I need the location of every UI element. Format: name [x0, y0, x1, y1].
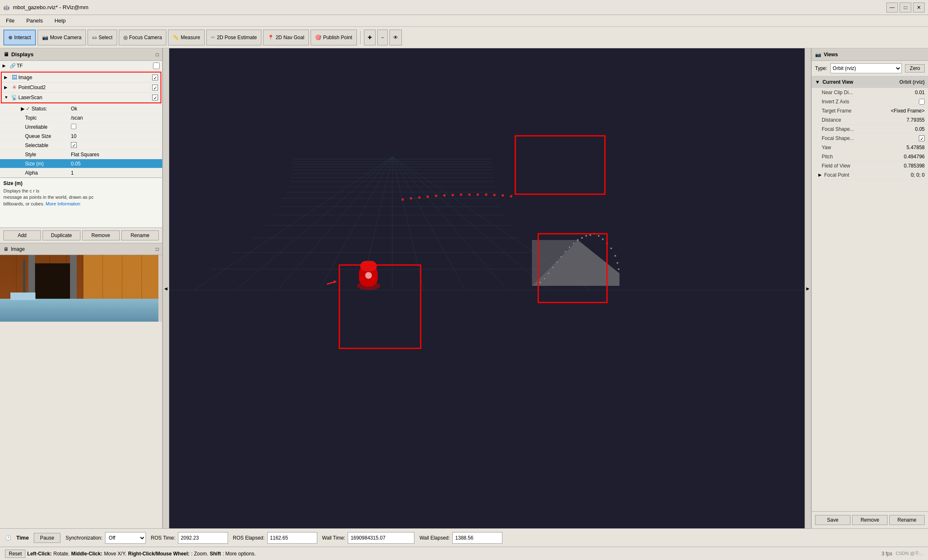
invertz-cb[interactable] [919, 99, 925, 105]
type-label: Type: [815, 65, 827, 71]
tf-expand[interactable]: ▶ [3, 63, 8, 68]
focal-point-row[interactable]: ▶ Focal Point 0; 0; 0 [812, 170, 928, 180]
display-tf[interactable]: ▶ 🔗 TF [0, 61, 162, 71]
fov-name: Field of View [822, 163, 904, 169]
selectable-cb[interactable]: ✓ [71, 142, 77, 148]
menu-panels[interactable]: Panels [24, 17, 45, 25]
displays-icon: 🖥 [3, 51, 9, 58]
view-prop-focal1[interactable]: Focal Shape... 0.05 [812, 125, 928, 134]
prop-selectable[interactable]: Selectable ✓ [0, 141, 162, 150]
unreliable-name: Unreliable [13, 124, 71, 130]
view-prop-pitch[interactable]: Pitch 0.494796 [812, 152, 928, 161]
type-select[interactable]: Orbit (rviz) XY Orbit (rviz) FPS (rviz) … [830, 63, 902, 73]
save-view-button[interactable]: Save [815, 515, 850, 525]
image-checkbox[interactable]: ✓ [152, 75, 158, 80]
collapse-handle[interactable]: ◀ [163, 48, 169, 528]
ls-expand[interactable]: ▼ [4, 95, 10, 100]
prop-topic[interactable]: Topic /scan [0, 113, 162, 122]
focal-expand[interactable]: ▶ [818, 172, 824, 177]
wall-elapsed-field[interactable] [452, 532, 502, 544]
minimize-button[interactable]: — [886, 2, 898, 12]
expand-status[interactable]: ▶ [21, 106, 25, 112]
menu-file[interactable]: File [3, 17, 17, 25]
tf-checkbox[interactable] [153, 62, 160, 69]
unreliable-value [71, 124, 160, 130]
view-prop-yaw[interactable]: Yaw 5.47858 [812, 143, 928, 152]
display-laserscan[interactable]: ▼ 📡 LaserScan ✓ [2, 92, 161, 102]
displays-maximize-icon[interactable]: □ [156, 52, 159, 58]
add-icon-button[interactable]: ✚ [364, 30, 376, 45]
time-bar: 🕐 Time Pause Synchronization: Off Approx… [0, 528, 928, 547]
reset-button[interactable]: Reset [5, 550, 25, 558]
ls-checkbox[interactable]: ✓ [152, 95, 158, 100]
remove-icon-button[interactable]: − [377, 30, 388, 45]
svg-point-66 [460, 193, 462, 196]
image-panel-header: 🖥 Image □ [0, 243, 162, 255]
prop-alpha[interactable]: Alpha 1 [0, 168, 162, 178]
expand-arrow[interactable]: ▼ [815, 79, 820, 85]
remove-button[interactable]: Remove [82, 230, 120, 240]
add-button[interactable]: Add [3, 230, 41, 240]
pc2-checkbox[interactable]: ✓ [152, 85, 158, 90]
view-prop-focal2[interactable]: Focal Shape... ✓ [812, 134, 928, 143]
eye-icon-button[interactable]: 👁 [389, 30, 402, 45]
view-prop-invertz[interactable]: Invert Z Axis [812, 97, 928, 106]
viewport-3d[interactable] [169, 48, 805, 528]
move-camera-button[interactable]: 📷 Move Camera [38, 30, 86, 45]
display-image[interactable]: ▶ 🖼 Image ✓ [2, 72, 161, 82]
wall-elapsed-group: Wall Elapsed: [419, 532, 502, 544]
publish-point-button[interactable]: 🎯 Publish Point [311, 30, 357, 45]
image-expand[interactable]: ▶ [4, 75, 10, 80]
prop-queue-size[interactable]: Queue Size 10 [0, 132, 162, 141]
focal2-cb[interactable]: ✓ [919, 135, 925, 141]
view-prop-fov[interactable]: Field of View 0.785398 [812, 161, 928, 170]
svg-point-52 [540, 282, 541, 283]
right-collapse-handle[interactable]: ▶ [805, 48, 811, 528]
focal1-value: 0.05 [915, 126, 925, 132]
distance-name: Distance [822, 117, 907, 123]
status-text-2: Move X/Y. [104, 551, 126, 557]
maximize-button[interactable]: □ [900, 2, 911, 12]
ros-elapsed-label: ROS Elapsed: [233, 535, 265, 541]
wood-wall [83, 255, 158, 300]
2d-pose-button[interactable]: ✏ 2D Pose Estimate [206, 30, 261, 45]
svg-point-65 [451, 194, 454, 196]
ros-elapsed-field[interactable] [267, 532, 317, 544]
unreliable-cb[interactable] [71, 124, 76, 129]
2d-nav-button[interactable]: 📍 2D Nav Goal [263, 30, 309, 45]
prop-size[interactable]: Size (m) 0.05 [0, 159, 162, 168]
more-info-link[interactable]: More Information [46, 201, 80, 206]
pc2-expand[interactable]: ▶ [4, 85, 10, 90]
menu-help[interactable]: Help [52, 17, 68, 25]
image-panel-close[interactable]: □ [156, 246, 159, 252]
views-type-row: Type: Orbit (rviz) XY Orbit (rviz) FPS (… [812, 61, 928, 76]
display-pointcloud2[interactable]: ▶ ✳ PointCloud2 ✓ [2, 82, 161, 92]
view-prop-distance[interactable]: Distance 7.79355 [812, 115, 928, 125]
view-prop-nearclip[interactable]: Near Clip Di... 0.01 [812, 88, 928, 97]
platform [10, 292, 35, 300]
ros-time-field[interactable] [178, 532, 228, 544]
status-bold-3: Right-Click/Mouse Wheel: [128, 551, 189, 557]
svg-point-59 [401, 198, 404, 201]
views-header: 📷 Views [812, 48, 928, 61]
remove-view-button[interactable]: Remove [852, 515, 888, 525]
rename-button[interactable]: Rename [121, 230, 159, 240]
select-button[interactable]: ▭ Select [88, 30, 117, 45]
svg-point-33 [581, 237, 583, 239]
wall-time-field[interactable] [348, 532, 414, 544]
focus-camera-button[interactable]: ◎ Focus Camera [119, 30, 167, 45]
view-prop-target[interactable]: Target Frame <Fixed Frame> [812, 106, 928, 115]
close-button[interactable]: ✕ [913, 2, 925, 12]
prop-style[interactable]: Style Flat Squares [0, 150, 162, 159]
interact-button[interactable]: ⊕ Interact [3, 30, 36, 45]
sync-select[interactable]: Off Approximate Exact [105, 532, 146, 544]
prop-unreliable[interactable]: Unreliable [0, 122, 162, 132]
focus-icon: ◎ [123, 35, 128, 40]
pause-button[interactable]: Pause [34, 533, 60, 543]
ros-elapsed-group: ROS Elapsed: [233, 532, 317, 544]
measure-button[interactable]: 📏 Measure [168, 30, 205, 45]
zero-button[interactable]: Zero [905, 64, 925, 72]
duplicate-button[interactable]: Duplicate [43, 230, 80, 240]
svg-point-38 [602, 238, 604, 240]
rename-view-button[interactable]: Rename [889, 515, 925, 525]
